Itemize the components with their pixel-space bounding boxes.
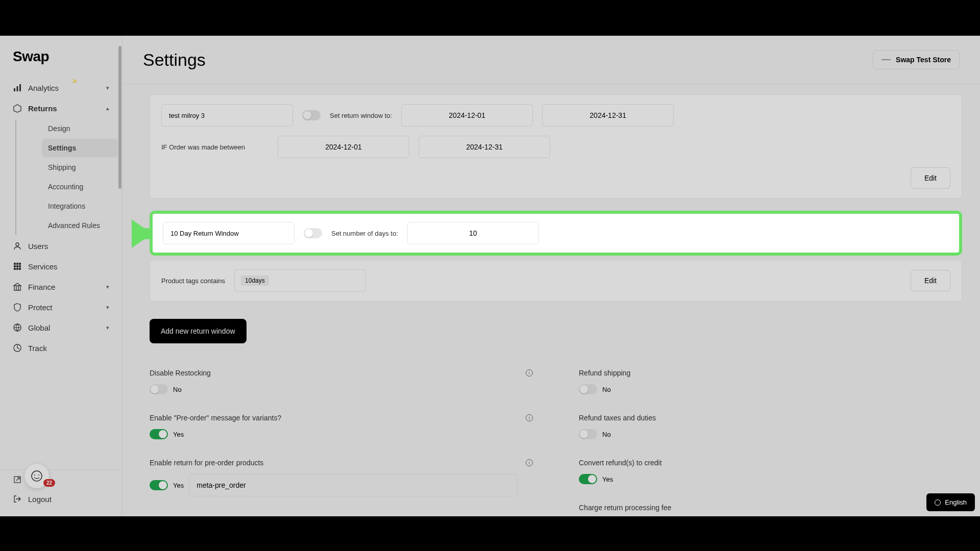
rule1-active-toggle[interactable]: [302, 110, 321, 120]
refund-shipping-label: Refund shipping: [579, 369, 630, 377]
store-selector[interactable]: Swap Test Store: [873, 50, 960, 69]
track-icon: [13, 343, 22, 353]
preexisting-refund-label: Pre-existing refund alert: [150, 516, 226, 516]
info-icon[interactable]: i: [526, 369, 533, 377]
nav-finance-label: Finance: [28, 283, 55, 291]
refund-taxes-toggle[interactable]: [579, 429, 597, 439]
rule2-active-toggle[interactable]: [304, 228, 322, 238]
logout-icon: [13, 494, 22, 504]
preorder-return-value-input[interactable]: meta-pre_order: [189, 474, 518, 496]
nav-analytics[interactable]: Analytics ✨ ▾: [0, 78, 122, 98]
subnav-shipping[interactable]: Shipping: [42, 158, 118, 177]
nav-logout-label: Logout: [28, 495, 52, 504]
nav-protect[interactable]: Protect ▾: [0, 297, 122, 317]
subnav-advanced-rules[interactable]: Advanced Rules: [42, 216, 118, 235]
setting-preorder-return: Enable return for pre-order products i Y…: [150, 459, 533, 496]
setting-processing-fee: Charge return processing fee: [579, 504, 962, 512]
rule1-condition-label: IF Order was made between: [161, 143, 268, 151]
returns-subnav: Design Settings Shipping Accounting Inte…: [15, 119, 122, 235]
add-return-window-button[interactable]: Add new return window: [150, 319, 247, 343]
bank-icon: [13, 282, 22, 291]
setting-convert-credit: Convert refund(s) to credit Yes: [579, 459, 962, 484]
nav-logout[interactable]: Logout: [13, 489, 109, 509]
refund-shipping-toggle[interactable]: [579, 384, 597, 394]
info-icon[interactable]: i: [526, 414, 533, 421]
subnav-accounting[interactable]: Accounting: [42, 178, 118, 196]
chevron-up-icon: ▴: [106, 105, 109, 112]
subnav-settings[interactable]: Settings: [42, 139, 118, 157]
nav-track[interactable]: Track: [0, 338, 122, 358]
sidebar-footer: Guide Logout: [0, 469, 122, 509]
chevron-down-icon: ▾: [106, 324, 109, 331]
nav-services-label: Services: [28, 262, 58, 271]
return-window-card-2-condition: Product tags contains 10days Edit: [150, 260, 962, 302]
page-title: Settings: [143, 50, 206, 70]
rule1-name-input[interactable]: test milroy 3: [161, 104, 293, 127]
rule1-window-end[interactable]: 2024-12-31: [542, 104, 674, 127]
page-header: Settings Swap Test Store: [122, 36, 980, 84]
setting-refund-taxes: Refund taxes and duties No: [579, 414, 962, 439]
svg-rect-8: [16, 265, 18, 267]
nav-analytics-label: Analytics: [28, 84, 59, 92]
grid-icon: [13, 262, 22, 271]
language-button[interactable]: English: [926, 493, 975, 511]
subnav-design[interactable]: Design: [42, 119, 118, 138]
nav-global[interactable]: Global ▾: [0, 317, 122, 338]
svg-rect-4: [14, 263, 16, 265]
nav-returns[interactable]: Returns ▴: [0, 98, 122, 118]
nav-finance[interactable]: Finance ▾: [0, 277, 122, 297]
rule2-name-input[interactable]: 10 Day Return Window: [163, 222, 295, 244]
subnav-integrations[interactable]: Integrations: [42, 197, 118, 215]
help-badge: 22: [43, 479, 55, 487]
rule2-days-input[interactable]: 10: [407, 222, 539, 244]
disable-restocking-label: Disable Restocking: [150, 369, 211, 377]
svg-rect-10: [14, 268, 16, 270]
chevron-down-icon: ▾: [106, 85, 109, 91]
preorder-return-toggle[interactable]: [150, 480, 168, 490]
refund-taxes-state: No: [602, 431, 611, 438]
nav-returns-label: Returns: [28, 104, 57, 113]
svg-point-18: [38, 474, 39, 475]
info-icon[interactable]: i: [526, 459, 533, 466]
rule1-window-start[interactable]: 2024-12-01: [401, 104, 533, 127]
chevron-down-icon: ▾: [106, 284, 109, 290]
setting-disable-restocking: Disable Restocking i No: [150, 369, 533, 394]
convert-credit-label: Convert refund(s) to credit: [579, 459, 662, 467]
user-icon: [13, 241, 22, 251]
language-icon: [935, 499, 941, 506]
sidebar: Swap Analytics ✨ ▾ Returns ▴ Design Sett…: [0, 36, 122, 516]
svg-point-16: [32, 471, 42, 481]
svg-rect-12: [19, 268, 21, 270]
rule1-cond-end[interactable]: 2024-12-31: [419, 136, 550, 158]
convert-credit-toggle[interactable]: [579, 474, 597, 484]
preorder-message-toggle[interactable]: [150, 429, 168, 439]
sidebar-scrollbar[interactable]: [118, 46, 121, 189]
nav-users[interactable]: Users: [0, 236, 122, 256]
svg-rect-5: [16, 263, 18, 265]
brand-logo: Swap: [0, 46, 122, 78]
rule1-set-window-label: Set return window to:: [330, 112, 392, 119]
disable-restocking-toggle[interactable]: [150, 384, 168, 394]
chart-icon: [13, 83, 22, 92]
disable-restocking-state: No: [173, 386, 182, 393]
preorder-message-state: Yes: [173, 431, 184, 438]
return-window-card-1: test milroy 3 Set return window to: 2024…: [150, 94, 962, 198]
rule2-tags-input[interactable]: 10days: [234, 269, 366, 292]
rule1-cond-start[interactable]: 2024-12-01: [278, 136, 409, 158]
external-icon: [13, 475, 22, 484]
content: test milroy 3 Set return window to: 2024…: [132, 84, 980, 516]
rule2-edit-button[interactable]: Edit: [911, 270, 950, 291]
nav-track-label: Track: [28, 344, 47, 353]
nav-users-label: Users: [28, 242, 48, 251]
convert-credit-state: Yes: [602, 475, 613, 483]
store-indicator-icon: [881, 59, 891, 60]
rule2-filter-label: Product tags contains: [161, 277, 225, 285]
svg-rect-9: [19, 265, 21, 267]
globe-icon: [13, 323, 22, 332]
rule1-edit-button[interactable]: Edit: [911, 167, 950, 189]
nav-services[interactable]: Services: [0, 256, 122, 277]
processing-fee-label: Charge return processing fee: [579, 504, 671, 512]
setting-preorder-message: Enable "Pre-order" message for variants?…: [150, 414, 533, 439]
refund-taxes-label: Refund taxes and duties: [579, 414, 656, 422]
nav-protect-label: Protect: [28, 303, 53, 312]
